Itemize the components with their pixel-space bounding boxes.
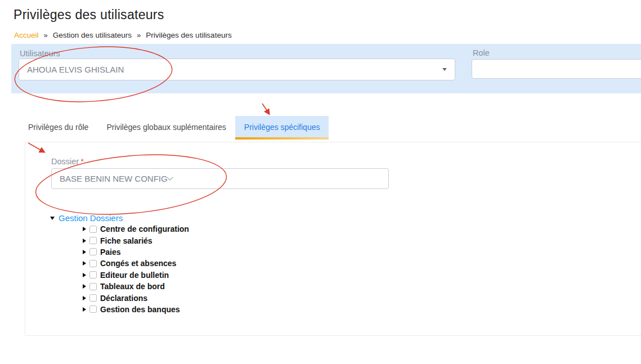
node-checkbox[interactable] bbox=[89, 283, 97, 290]
dossier-select[interactable]: BASE BENIN NEW CONFIG bbox=[51, 168, 389, 189]
expand-icon[interactable] bbox=[83, 273, 86, 277]
node-label: Tableaux de bord bbox=[100, 282, 165, 291]
chevron-down-icon bbox=[167, 174, 173, 180]
node-checkbox[interactable] bbox=[89, 237, 97, 244]
tree-row[interactable]: Paies bbox=[83, 246, 189, 258]
node-checkbox[interactable] bbox=[89, 226, 97, 233]
caret-down-icon bbox=[442, 68, 447, 71]
tree-root-gestion-dossiers[interactable]: Gestion Dossiers bbox=[50, 213, 123, 223]
tree-row[interactable]: Editeur de bulletin bbox=[83, 269, 189, 281]
tree-children: Centre de configurationFiche salariésPai… bbox=[83, 223, 189, 315]
tab-label: Privilèges du rôle bbox=[28, 123, 88, 132]
dossier-select-value: BASE BENIN NEW CONFIG bbox=[60, 174, 168, 183]
tree-row[interactable]: Centre de configuration bbox=[83, 223, 189, 235]
tree-row[interactable]: Fiche salariés bbox=[83, 235, 189, 246]
node-label: Editeur de bulletin bbox=[100, 271, 169, 280]
expand-icon[interactable] bbox=[83, 250, 86, 254]
tree-row[interactable]: Gestion des banques bbox=[83, 304, 189, 315]
role-field-label: Role bbox=[473, 48, 490, 57]
node-checkbox[interactable] bbox=[89, 294, 97, 302]
expand-icon[interactable] bbox=[83, 227, 86, 231]
tab-label: Privilèges spécifiques bbox=[244, 123, 320, 132]
breadcrumb-item[interactable]: Accueil bbox=[14, 31, 39, 39]
breadcrumb-separator: » bbox=[44, 31, 48, 39]
tree-row[interactable]: Tableaux de bord bbox=[83, 281, 189, 292]
expand-icon[interactable] bbox=[83, 239, 86, 243]
content-panel: Dossier* BASE BENIN NEW CONFIG Gestion D… bbox=[25, 142, 641, 336]
breadcrumb-item[interactable]: Gestion des utilisateurs bbox=[53, 31, 132, 39]
tab-bar: Privilèges du rôlePrivilèges globaux sup… bbox=[19, 116, 329, 138]
tree-root-label: Gestion Dossiers bbox=[59, 213, 123, 223]
page-title: Privilèges des utilisateurs bbox=[14, 7, 164, 23]
breadcrumb-separator: » bbox=[137, 31, 141, 39]
node-label: Gestion des banques bbox=[100, 305, 180, 314]
node-label: Centre de configuration bbox=[100, 224, 189, 233]
breadcrumb-item: Privilèges des utilisateurs bbox=[146, 31, 231, 39]
tab-privil-ges-du-r-le[interactable]: Privilèges du rôle bbox=[19, 116, 97, 138]
expand-icon[interactable] bbox=[83, 261, 86, 266]
tree-row[interactable]: Déclarations bbox=[83, 292, 189, 303]
filter-bar: Utilisateurs AHOUA ELVIS GHISLAIN Role bbox=[11, 44, 641, 93]
required-asterisk: * bbox=[80, 157, 84, 166]
active-tab-underline bbox=[235, 137, 329, 140]
tab-privil-ges-sp-cifiques[interactable]: Privilèges spécifiques bbox=[235, 116, 329, 138]
dossier-field-label: Dossier* bbox=[51, 157, 84, 166]
node-label: Paies bbox=[100, 248, 121, 257]
expand-icon[interactable] bbox=[83, 296, 86, 300]
users-field-label: Utilisateurs bbox=[20, 49, 60, 58]
expand-icon[interactable] bbox=[83, 284, 86, 289]
node-checkbox[interactable] bbox=[89, 260, 97, 267]
users-select-value: AHOUA ELVIS GHISLAIN bbox=[27, 65, 442, 74]
tab-label: Privilèges globaux suplémentaires bbox=[106, 123, 226, 132]
breadcrumb: Accueil»Gestion des utilisateurs»Privilè… bbox=[14, 31, 232, 39]
role-input[interactable] bbox=[472, 59, 641, 79]
node-label: Fiche salariés bbox=[100, 236, 153, 245]
expand-icon[interactable] bbox=[83, 307, 86, 312]
arrow-to-active-tab bbox=[262, 104, 269, 114]
node-checkbox[interactable] bbox=[89, 271, 97, 278]
node-checkbox[interactable] bbox=[89, 305, 97, 313]
tab-privil-ges-globaux-supl-mentaires[interactable]: Privilèges globaux suplémentaires bbox=[97, 116, 235, 138]
node-label: Congés et absences bbox=[100, 259, 176, 268]
collapse-icon[interactable] bbox=[50, 217, 55, 220]
tree-row[interactable]: Congés et absences bbox=[83, 258, 189, 269]
dossier-label-text: Dossier bbox=[51, 157, 79, 166]
users-select[interactable]: AHOUA ELVIS GHISLAIN bbox=[19, 59, 455, 80]
node-label: Déclarations bbox=[100, 294, 147, 303]
page: Privilèges des utilisateurs Accueil»Gest… bbox=[0, 0, 641, 364]
node-checkbox[interactable] bbox=[89, 248, 97, 255]
